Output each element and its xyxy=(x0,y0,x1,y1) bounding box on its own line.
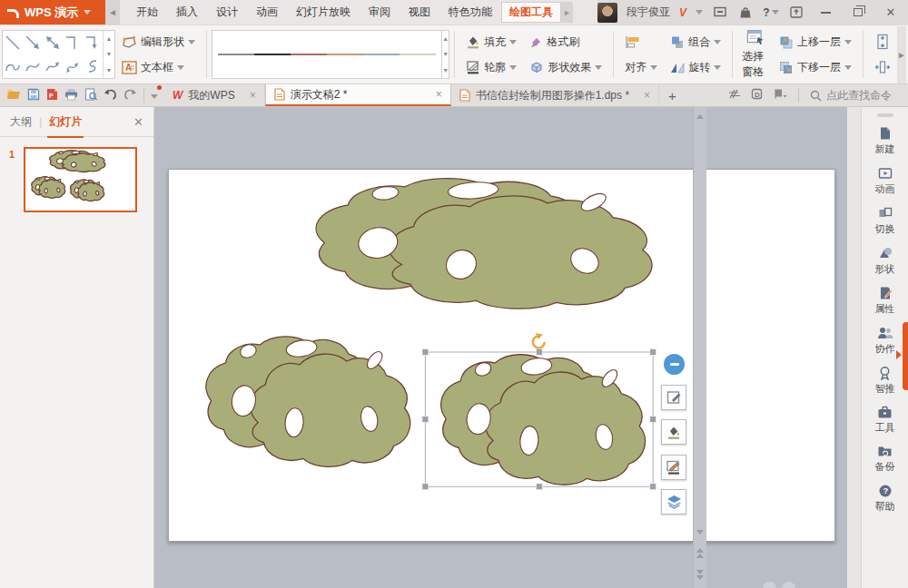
fill-button[interactable]: 填充 xyxy=(463,32,519,53)
tab-view[interactable]: 视图 xyxy=(400,0,439,24)
customize-qat-chevron[interactable] xyxy=(151,89,158,102)
open-file-icon[interactable] xyxy=(6,88,21,103)
distribute-horizontal-button[interactable] xyxy=(872,57,893,78)
shape-scribble-arrow-icon[interactable] xyxy=(63,54,83,78)
app-menu-button[interactable]: WPS 演示 xyxy=(0,0,105,24)
collapse-tabs-button[interactable]: ◄ xyxy=(105,0,120,24)
tab-presentation2[interactable]: 演示文稿2 * × xyxy=(265,84,451,106)
close-panel-icon[interactable]: ✕ xyxy=(133,115,143,129)
slide-editor-canvas[interactable] xyxy=(154,107,847,588)
undo-icon[interactable] xyxy=(104,88,117,103)
sidebar-handle[interactable] xyxy=(877,113,893,117)
store-icon[interactable] xyxy=(737,5,754,20)
line-style-swatch[interactable] xyxy=(400,54,436,55)
rotate-button[interactable]: 旋转 xyxy=(667,57,724,78)
line-gallery-down-button[interactable]: ▼ xyxy=(442,46,449,62)
layout-options-icon[interactable] xyxy=(774,88,787,103)
bring-forward-button[interactable]: 上移一层 xyxy=(776,32,854,53)
sidebar-scroll-indicator[interactable] xyxy=(903,322,908,390)
line-gallery-up-button[interactable]: ▲ xyxy=(442,31,449,46)
layer-order-button[interactable] xyxy=(661,489,686,514)
cloud-shape-bottom-left[interactable] xyxy=(206,337,410,466)
rotate-handle[interactable] xyxy=(533,333,545,348)
tab-outline-view[interactable]: 大纲 xyxy=(10,114,32,130)
align-button[interactable]: 对齐 xyxy=(622,57,660,78)
chevron-right-icon[interactable]: ► xyxy=(561,2,573,23)
shape-style-button[interactable] xyxy=(661,385,686,410)
slide-thumbnail-1[interactable] xyxy=(24,147,137,212)
group-button[interactable]: 组合 xyxy=(667,32,724,53)
shape-curve-connector-icon[interactable] xyxy=(3,54,23,78)
close-tab-icon[interactable]: × xyxy=(436,88,442,101)
help-icon[interactable]: ? xyxy=(763,5,779,20)
tab-home[interactable]: 开始 xyxy=(127,0,167,24)
sidebar-item-smart-recommend[interactable]: 智推 xyxy=(862,360,908,400)
tab-review[interactable]: 审阅 xyxy=(360,0,400,24)
shape-effects-button[interactable]: 形状效果 xyxy=(527,57,605,78)
shape-elbow-arrow-icon[interactable] xyxy=(83,31,103,54)
outline-button[interactable]: 轮廓 xyxy=(463,57,519,78)
shape-double-arrow-icon[interactable] xyxy=(43,31,63,54)
line-style-swatch[interactable] xyxy=(218,54,254,55)
new-tab-button[interactable]: + xyxy=(659,84,686,106)
scroll-down-button[interactable] xyxy=(694,524,706,539)
sidebar-item-new[interactable]: 新建 xyxy=(862,121,908,161)
format-painter-button[interactable]: 格式刷 xyxy=(527,32,605,53)
previous-slide-button[interactable] xyxy=(694,545,706,560)
print-icon[interactable] xyxy=(64,88,78,103)
skin-icon[interactable]: D xyxy=(751,88,763,103)
save-icon[interactable] xyxy=(27,88,40,103)
distribute-vertical-button[interactable] xyxy=(872,32,893,53)
shape-gallery-down-button[interactable]: ▼ xyxy=(104,46,114,62)
close-tab-icon[interactable]: × xyxy=(644,89,650,102)
shape-gallery-more-button[interactable]: ▼ xyxy=(104,63,114,78)
tab-drawing-tools[interactable]: 绘图工具 xyxy=(501,2,561,23)
shape-freeform-icon[interactable] xyxy=(83,54,103,78)
collapse-toolbar-button[interactable] xyxy=(664,354,685,375)
sidebar-item-transition[interactable]: 切换 xyxy=(862,201,908,240)
shape-gallery-up-button[interactable]: ▲ xyxy=(104,31,114,46)
scroll-up-button[interactable] xyxy=(694,109,706,123)
send-backward-button[interactable]: 下移一层 xyxy=(776,57,854,78)
selection-pane-button[interactable]: 选择窗格 xyxy=(737,29,773,80)
tab-slides-view[interactable]: 幻灯片 xyxy=(49,114,82,130)
line-style-swatch[interactable] xyxy=(327,54,363,55)
print-preview-icon[interactable] xyxy=(84,88,97,103)
cloud-shape-top[interactable] xyxy=(316,179,652,309)
shape-curve-icon[interactable] xyxy=(23,54,43,78)
shape-curve-arrow-icon[interactable] xyxy=(43,54,63,78)
align-icon-button[interactable] xyxy=(622,32,660,53)
tab-design[interactable]: 设计 xyxy=(207,0,247,24)
line-gallery-more-button[interactable]: ▼ xyxy=(442,63,449,78)
outline-color-button[interactable] xyxy=(661,455,686,480)
tab-my-wps[interactable]: W 我的WPS × xyxy=(164,84,265,106)
sidebar-item-backup[interactable]: 备份 xyxy=(862,439,908,478)
line-style-swatch[interactable] xyxy=(254,54,291,55)
line-style-swatch[interactable] xyxy=(363,54,400,55)
next-slide-button[interactable] xyxy=(694,567,706,582)
find-command-search[interactable]: 点此查找命令 xyxy=(810,88,901,103)
restore-window-button[interactable] xyxy=(846,4,870,22)
tab-slideshow[interactable]: 幻灯片放映 xyxy=(287,0,360,24)
cloud-shape-selected[interactable] xyxy=(441,355,646,485)
page-dot[interactable] xyxy=(782,582,795,588)
sidebar-item-properties[interactable]: 属性 xyxy=(862,280,908,320)
shape-elbow-connector-icon[interactable] xyxy=(63,31,83,54)
workspace-icon[interactable] xyxy=(728,88,740,103)
text-box-button[interactable]: A 文本框 xyxy=(119,57,198,78)
message-icon[interactable] xyxy=(712,5,728,20)
user-menu-chevron-icon[interactable] xyxy=(696,10,703,15)
sidebar-item-animation[interactable]: 动画 xyxy=(862,161,908,201)
ribbon-expand-chevron[interactable]: ► xyxy=(897,26,906,83)
sidebar-item-help[interactable]: ? 帮助 xyxy=(862,478,908,518)
minimize-button[interactable] xyxy=(814,4,837,22)
vertical-scrollbar[interactable] xyxy=(693,107,706,588)
tab-letter-envelope-dps[interactable]: 书信信封绘制用图形操作1.dps * × xyxy=(451,84,659,106)
restore-ribbon-icon[interactable] xyxy=(788,5,804,20)
page-dot[interactable] xyxy=(763,582,776,588)
close-button[interactable]: ✕ xyxy=(879,4,903,22)
tab-insert[interactable]: 插入 xyxy=(167,0,207,24)
tab-animation[interactable]: 动画 xyxy=(247,0,287,24)
sidebar-item-tools[interactable]: 工具 xyxy=(862,400,908,439)
close-tab-icon[interactable]: × xyxy=(250,89,256,102)
